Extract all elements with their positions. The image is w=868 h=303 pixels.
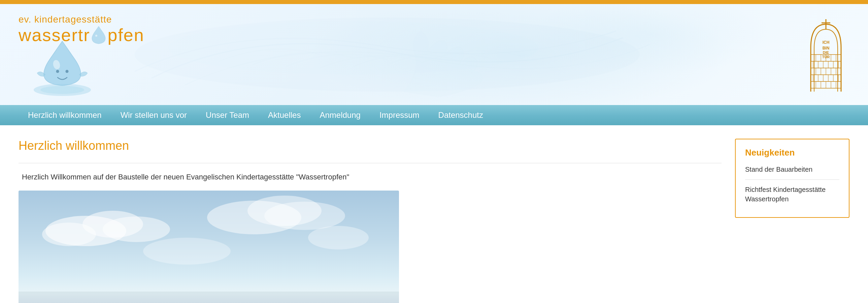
waterdrop-illustration [25, 34, 99, 98]
svg-point-53 [42, 222, 96, 246]
header: ev. kindertagesstätte wassertr pfen [0, 4, 868, 105]
nav-item-aktuelles[interactable]: Aktuelles [258, 105, 310, 125]
svg-point-56 [264, 202, 345, 230]
content-left: Herzlich willkommen Herzlich Willkommen … [19, 139, 721, 303]
main-content: Herzlich willkommen Herzlich Willkommen … [0, 125, 868, 303]
church-logo: ICH BIN DIE TÜR [802, 14, 849, 95]
sidebar-title: Neuigkeiten [745, 148, 839, 158]
sidebar: Neuigkeiten Stand der Bauarbeiten Richtf… [735, 139, 849, 303]
svg-point-6 [56, 70, 59, 73]
welcome-image-sky [19, 190, 399, 303]
welcome-image [19, 190, 399, 303]
svg-point-52 [103, 216, 170, 242]
top-border [0, 0, 868, 4]
page-title: Herzlich willkommen [19, 139, 721, 153]
header-decoration-svg [118, 11, 656, 98]
sidebar-link-1[interactable]: Richtfest Kindertagesstätte Wassertropfe… [745, 185, 839, 204]
svg-point-58 [143, 238, 230, 265]
sidebar-divider [745, 179, 839, 180]
logo-text-top: ev. kindertagesstätte [19, 14, 145, 25]
svg-rect-59 [19, 292, 399, 303]
svg-text:TÜR: TÜR [822, 55, 830, 59]
nav-item-vorstellen[interactable]: Wir stellen uns vor [111, 105, 196, 125]
nav-item-impressum[interactable]: Impressum [370, 105, 429, 125]
content-divider [19, 163, 721, 163]
svg-text:ICH: ICH [823, 40, 830, 45]
svg-point-4 [40, 86, 84, 94]
sidebar-box: Neuigkeiten Stand der Bauarbeiten Richtf… [735, 139, 849, 218]
nav-item-team[interactable]: Unser Team [196, 105, 258, 125]
nav-item-datenschutz[interactable]: Datenschutz [429, 105, 493, 125]
nav-item-anmeldung[interactable]: Anmeldung [310, 105, 370, 125]
nav-item-willkommen[interactable]: Herzlich willkommen [19, 105, 111, 125]
logo-text-part2: pfen [107, 26, 144, 44]
sidebar-link-0[interactable]: Stand der Bauarbeiten [745, 164, 839, 174]
svg-text:DIE: DIE [823, 51, 829, 55]
svg-point-7 [66, 70, 69, 73]
welcome-text: Herzlich Willkommen auf der Baustelle de… [19, 171, 721, 182]
navbar: Herzlich willkommen Wir stellen uns vor … [0, 105, 868, 125]
svg-point-57 [308, 226, 369, 249]
svg-text:BIN: BIN [823, 46, 830, 51]
